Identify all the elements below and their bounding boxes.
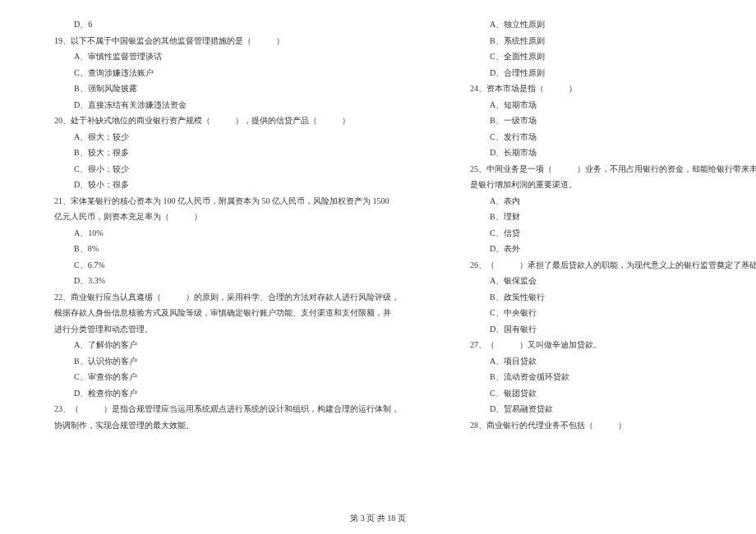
question-23-line2: 协调制作，实现合规管理的最大效能。 [25,417,399,434]
option-text: A、10% [25,225,399,242]
option-text: C、审查你的客户 [25,369,399,385]
option-text: C、银团贷款 [440,385,756,402]
question-22-line2: 根据存款人身份信息核验方式及风险等级，审慎确定银行账户功能、支付渠道和支付限额，… [25,305,399,321]
question-23-line1: 23、（ ）是指合规管理应当运用系统观点进行系统的设计和组织，构建合理的运行体制… [25,401,399,417]
page-footer: 第 3 页 共 18 页 [0,513,756,524]
option-text: C、很小；较少 [25,161,399,177]
option-text: A、很大；较少 [25,129,399,145]
option-text: D、合理性原则 [440,65,756,81]
option-text: D、较小；很多 [25,177,399,193]
option-text: A、项目贷款 [440,353,756,370]
option-text: C、发行市场 [440,129,756,145]
option-text: D、表外 [440,241,756,257]
question-20: 20、处于补缺式地位的商业银行资产规模（ ），提供的信贷产品（ ） [25,113,399,129]
question-21-line2: 亿元人民币，则资本充足率为（ ） [25,209,399,225]
option-text: C、查询涉嫌违法账户 [25,65,399,81]
option-text: A、银保监会 [440,273,756,289]
question-25-line1: 25、中间业务是一项（ ）业务，不用占用银行的资金，却能给银行带来丰厚的手续费收… [440,161,756,177]
option-text: A、表内 [440,193,756,209]
question-27: 27、（ ）又叫做辛迪加贷款。 [440,337,756,353]
option-text: D、国有银行 [440,321,756,338]
option-text: B、强制风险披露 [25,81,399,97]
option-text: A、了解你的客户 [25,337,399,353]
option-text: B、8% [25,241,399,257]
option-text: D、直接冻结有关涉嫌违法资金 [25,97,399,113]
option-text: C、中央银行 [440,305,756,321]
option-text: A、短期市场 [440,97,756,113]
left-column: D、6 19、以下不属于中国银监会的其他监督管理措施的是（ ） A、审慎性监督管… [25,16,399,433]
option-text: B、系统性原则 [440,33,756,49]
question-24: 24、资本市场是指（ ） [440,81,756,97]
option-text: D、3.3% [25,273,399,289]
option-text: B、流动资金循环贷款 [440,369,756,385]
question-28: 28、商业银行的代理业务不包括（ ） [440,417,756,434]
question-22-line3: 进行分类管理和动态管理。 [25,321,399,338]
option-text: A、审慎性监督管理谈话 [25,48,399,65]
question-25-line2: 是银行增加利润的重要渠道。 [440,177,756,193]
option-text: C、全面性原则 [440,48,756,65]
option-text: B、一级市场 [440,113,756,129]
question-21-line1: 21、宋体某银行的核心资本为 100 亿人民币，附属资本为 50 亿人民币，风险… [25,193,399,209]
option-text: C、信贷 [440,225,756,242]
option-text: B、认识你的客户 [25,353,399,370]
question-22-line1: 22、商业银行应当认真遵循（ ）的原则，采用科学、合理的方法对存款人进行风险评级… [25,289,399,306]
right-column: A、独立性原则 B、系统性原则 C、全面性原则 D、合理性原则 24、资本市场是… [440,16,756,433]
option-text: B、政策性银行 [440,289,756,306]
question-19: 19、以下不属于中国银监会的其他监督管理措施的是（ ） [25,33,399,49]
option-text: C、6.7% [25,257,399,274]
option-text: D、6 [25,16,399,33]
option-text: A、独立性原则 [440,16,756,33]
option-text: B、较大；很多 [25,145,399,161]
question-26: 26、（ ）承担了最后贷款人的职能，为现代意义上的银行监管奠定了基础。 [440,257,756,274]
option-text: D、长期市场 [440,145,756,161]
option-text: B、理财 [440,209,756,225]
option-text: D、检查你的客户 [25,385,399,402]
option-text: D、贸易融资贷款 [440,401,756,417]
